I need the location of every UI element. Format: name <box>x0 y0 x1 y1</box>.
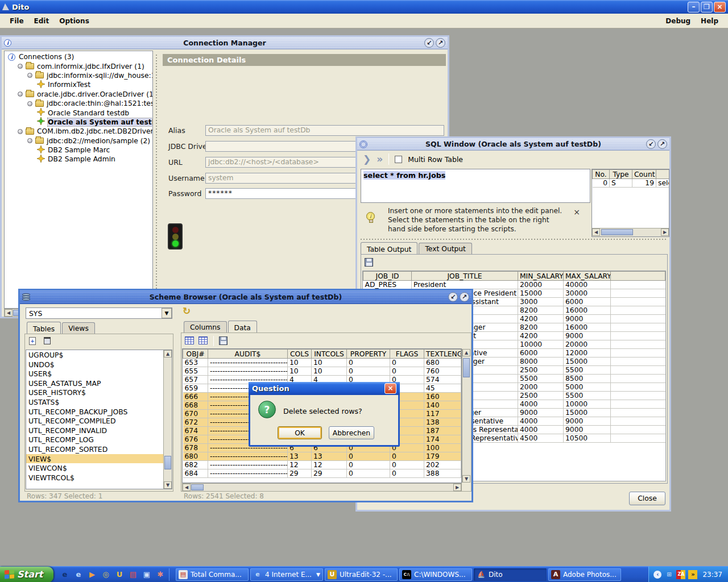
grid-cell[interactable]: 10 <box>288 367 312 376</box>
grid-cell[interactable]: 0 <box>390 367 424 376</box>
grid-cell[interactable]: 0 <box>390 452 424 461</box>
grid-header[interactable]: AUDIT$ <box>208 350 288 359</box>
tab-text-output[interactable]: Text Output <box>419 243 472 254</box>
result-cell[interactable]: 8500 <box>564 375 611 383</box>
list-item[interactable]: USTATS$ <box>26 397 172 407</box>
frame-maximize-icon[interactable]: ↗ <box>436 38 445 48</box>
grid-cell[interactable]: 187 <box>424 427 461 435</box>
ok-button[interactable]: OK <box>278 426 322 439</box>
result-cell[interactable]: 6000 <box>564 298 611 306</box>
task-button[interactable]: e4 Internet E...▼ <box>250 568 323 581</box>
restore-button[interactable]: ❐ <box>701 2 713 13</box>
cancel-button[interactable]: Abbrechen <box>329 426 374 439</box>
grid-cell[interactable]: 10 <box>288 359 312 367</box>
result-cell[interactable]: 2000 <box>518 383 564 392</box>
close-sql-window-button[interactable]: Close <box>629 492 665 505</box>
outlook-express-icon[interactable]: e <box>59 569 71 580</box>
chevron-down-icon[interactable]: ▼ <box>162 308 172 318</box>
menu-edit[interactable]: Edit <box>29 15 55 27</box>
list-item[interactable]: UNDO$ <box>26 360 172 369</box>
tree-node[interactable]: jdbc:informix-sqli://dw_house:1525/s <box>5 71 152 80</box>
grid-cell[interactable]: 0 <box>390 359 424 367</box>
result-cell[interactable]: 15000 <box>518 289 564 298</box>
frame-maximize-icon[interactable]: ↗ <box>657 139 667 149</box>
run-all-statements-icon[interactable]: » <box>377 153 383 165</box>
list-item[interactable]: UTL_RECOMP_INVALID <box>26 426 172 435</box>
list-item[interactable]: USER_ASTATUS_MAP <box>26 379 172 388</box>
grid-cell[interactable]: 100 <box>424 444 461 452</box>
result-cell[interactable]: 12000 <box>564 349 611 357</box>
grid-cell[interactable]: ------------------------------- <box>208 461 288 469</box>
grid-cell[interactable]: 760 <box>424 367 461 376</box>
grid-cell[interactable]: ------------------------------- <box>208 359 288 367</box>
sql-editor[interactable]: select * from hr.jobs <box>361 169 590 203</box>
list-item[interactable]: UTL_RECOMP_BACKUP_JOBS <box>26 407 172 417</box>
delete-row-icon[interactable] <box>198 336 208 344</box>
tree-node[interactable]: DB2 Sample Admin <box>5 155 152 164</box>
list-item[interactable]: USER_HISTORY$ <box>26 388 172 397</box>
run-statement-icon[interactable]: ❯ <box>363 153 371 165</box>
refresh-icon[interactable]: ↻ <box>183 305 191 317</box>
grid-cell[interactable]: 653 <box>183 359 208 367</box>
result-cell[interactable]: 15000 <box>564 357 611 366</box>
tree-node[interactable]: iConnections (3) <box>5 52 152 61</box>
result-cell[interactable]: 10000 <box>564 400 611 409</box>
tree-node[interactable]: com.informix.jdbc.IfxDriver (1) <box>5 61 152 70</box>
grid-cell[interactable]: 672 <box>183 418 208 427</box>
grid-cell[interactable]: 13 <box>288 452 312 461</box>
zonealarm-icon[interactable]: ZA <box>676 570 685 579</box>
result-cell[interactable]: 2500 <box>518 392 564 400</box>
tab-tables[interactable]: Tables <box>27 322 61 334</box>
statement-row[interactable]: 0S19sele <box>593 179 669 188</box>
grid-cell[interactable]: 140 <box>424 401 461 410</box>
delete-table-icon[interactable] <box>44 337 51 344</box>
grid-row[interactable]: 682-------------------------------121200… <box>183 461 461 469</box>
tree-expander-icon[interactable] <box>18 129 23 134</box>
grid-cell[interactable]: 174 <box>424 435 461 444</box>
result-cell[interactable]: President <box>412 281 518 289</box>
tree-node[interactable]: InformixTest <box>5 80 152 89</box>
grid-cell[interactable]: 202 <box>424 461 461 469</box>
grid-header[interactable]: COLS <box>288 350 312 359</box>
save-data-icon[interactable] <box>219 336 228 345</box>
result-cell[interactable]: 3000 <box>518 298 564 306</box>
statements-table[interactable]: No.TypeCount0S19sele <box>592 169 669 188</box>
tree-node[interactable]: jdbc:db2://medion/sample (2) <box>5 136 152 146</box>
result-header[interactable]: JOB_TITLE <box>412 272 518 281</box>
grid-header[interactable]: PROPERTY <box>347 350 390 359</box>
tab-columns[interactable]: Columns <box>184 321 227 332</box>
result-cell[interactable]: 8200 <box>518 323 564 332</box>
connection-manager-titlebar[interactable]: i Connection Manager ↙ ↗ <box>2 37 448 49</box>
list-item[interactable]: USER$ <box>26 369 172 379</box>
grid-cell[interactable]: ------------------------------- <box>208 367 288 376</box>
task-button[interactable]: AAdobe Photos... <box>548 568 621 581</box>
statement-cell[interactable]: 19 <box>632 179 656 188</box>
statements-header[interactable] <box>656 170 669 179</box>
tables-vscrollbar[interactable]: ▲ ▼ <box>163 350 172 489</box>
result-cell[interactable]: 10500 <box>564 434 611 443</box>
result-cell[interactable]: 6000 <box>518 349 564 357</box>
result-cell[interactable]: 9000 <box>564 332 611 340</box>
result-cell[interactable]: 9000 <box>564 315 611 323</box>
result-header[interactable]: MIN_SALARY <box>518 272 564 281</box>
icq-icon[interactable]: ◎ <box>100 569 111 580</box>
menu-debug[interactable]: Debug <box>660 15 696 27</box>
grid-cell[interactable]: 0 <box>347 359 390 367</box>
result-cell[interactable]: 4200 <box>518 315 564 323</box>
menu-help[interactable]: Help <box>696 15 723 27</box>
grid-row[interactable]: 684-------------------------------292900… <box>183 469 461 478</box>
grid-header[interactable]: OBJ# <box>183 350 208 359</box>
grid-header[interactable]: INTCOLS <box>312 350 347 359</box>
tree-node[interactable]: COM.ibm.db2.jdbc.net.DB2Driver (1) <box>5 127 152 136</box>
result-cell[interactable]: 30000 <box>564 289 611 298</box>
grid-cell[interactable]: 668 <box>183 401 208 410</box>
data-vscrollbar[interactable]: ▲ ▼ <box>462 349 470 483</box>
grid-cell[interactable]: 0 <box>347 452 390 461</box>
grid-cell[interactable]: 179 <box>424 452 461 461</box>
menu-file[interactable]: File <box>5 15 29 27</box>
result-cell[interactable]: 20000 <box>564 340 611 349</box>
task-button[interactable]: ⛵Dito <box>474 568 547 581</box>
result-cell[interactable]: 5500 <box>564 392 611 400</box>
result-cell[interactable]: 4000 <box>518 417 564 426</box>
grid-cell[interactable]: 678 <box>183 444 208 452</box>
